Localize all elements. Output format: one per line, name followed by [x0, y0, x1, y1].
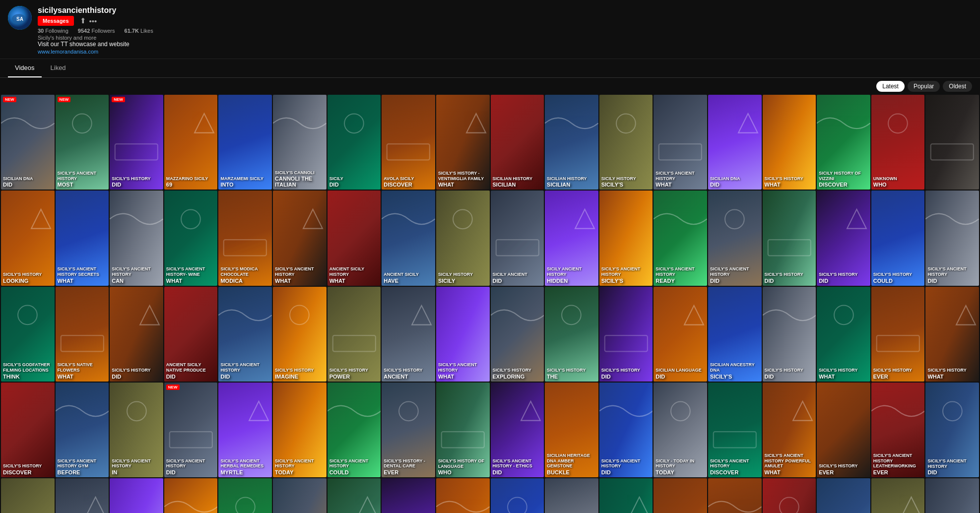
- video-card[interactable]: Sicily's Ancient History CAN ▶ 1940: [110, 191, 163, 285]
- video-card[interactable]: Sicily's Ancient History SICILY'S ▶ 3021: [599, 191, 653, 285]
- video-card[interactable]: Sicily's Ancient History DID ▶ 96.2K: [925, 383, 979, 477]
- share-icon[interactable]: ⬆: [80, 16, 86, 25]
- video-card[interactable]: Sicily's Ancient History WHAT ▶ 6718: [436, 287, 490, 382]
- video-card[interactable]: Sicily's Ancient History WHAT ▶ 8343: [871, 478, 925, 513]
- tab-videos[interactable]: Videos: [8, 59, 42, 77]
- video-card[interactable]: Sicilian Language DID ▶ 11.3K: [653, 287, 707, 382]
- video-card[interactable]: Sicily's Ancient Herbal Remedies MYRTLE …: [218, 383, 272, 477]
- video-card[interactable]: Sicily's Ancient History DID ▶ 4105: [708, 191, 762, 285]
- video-card[interactable]: Sicilian History SICILIAN ▶ 7571: [545, 95, 598, 190]
- video-card[interactable]: Sicilian History SICILIAN ▶ 3964: [491, 95, 544, 190]
- video-card[interactable]: Sicily's History POWER ▶ 4286: [327, 287, 381, 382]
- video-card[interactable]: Sicily's Ancient History MEDIEVAL ▶ 7809: [327, 478, 381, 513]
- tab-liked[interactable]: Liked: [44, 59, 73, 77]
- video-card[interactable]: Mazzarino Sicily 69 ▶ 69: [164, 95, 218, 190]
- video-card[interactable]: Sicily's Ancient History IN ▶ 9991: [110, 383, 163, 477]
- more-icon[interactable]: •••: [89, 17, 97, 25]
- video-card[interactable]: [925, 95, 979, 190]
- video-card[interactable]: Sicily's Ancient History DID ▶ 11.5K: [1, 478, 55, 513]
- messages-button[interactable]: Messages: [38, 16, 74, 26]
- video-card[interactable]: Sicilian Heritage DNA Amber Gemstone BUC…: [545, 383, 598, 477]
- video-card[interactable]: Sicily's History - Ventimiglia Family WH…: [436, 95, 490, 190]
- video-card[interactable]: Sicily's Ancient History Secrets WHAT ▶ …: [56, 191, 109, 285]
- video-card[interactable]: Sicily's Ancient History - Ethics DID ▶ …: [491, 383, 544, 477]
- video-card[interactable]: Sicily's History EVER ▶ 7672: [871, 287, 925, 382]
- video-card[interactable]: Sicily - Today in History TODAY ▶ 5564: [653, 383, 707, 477]
- video-card[interactable]: Sicily's History DISCOVER ▶ 11.6K: [56, 478, 109, 513]
- filter-oldest[interactable]: Oldest: [943, 81, 972, 92]
- video-card[interactable]: Sicily's Ancient History STEP ▶ 6664: [491, 478, 544, 513]
- video-card[interactable]: Sicily's History THINK ▶ 47.6K: [164, 478, 218, 513]
- video-card[interactable]: Sicily History of Vizzini DISCOVER ▶ 485…: [817, 95, 870, 190]
- avatar[interactable]: SA: [8, 6, 32, 30]
- video-card[interactable]: Sicily's Ancient History DID ▶ 3363: [925, 191, 979, 285]
- filter-latest[interactable]: Latest: [876, 81, 905, 92]
- video-card[interactable]: Sicily's History - Dental Care EVER ▶ 34…: [382, 383, 435, 477]
- filter-popular[interactable]: Popular: [908, 81, 940, 92]
- video-card[interactable]: Sicily's History WHO ▶ 32.3K: [218, 478, 272, 513]
- video-card[interactable]: Sicily's History COULD ▶ 91.5K: [871, 191, 925, 285]
- video-card[interactable]: Sicily's Ancient History READY ▶ 7631: [653, 191, 707, 285]
- video-card[interactable]: Sicily's History WHAT ▶ 4796: [817, 287, 870, 382]
- video-card[interactable]: Unknown WHO ▶ 1066: [871, 95, 925, 190]
- video-card[interactable]: Sicily's History EVER ▶ 17.6K: [817, 383, 870, 477]
- video-card[interactable]: Sicily's Native Flowers WHAT ▶ 4075: [56, 287, 109, 382]
- video-card[interactable]: Sicily's Ancient History DISCOVER ▶ 5490: [708, 383, 762, 477]
- video-card[interactable]: Sicily's History THE ▶ 5367: [545, 287, 598, 382]
- video-card[interactable]: Sicily's History WHAT ▶ 8794: [763, 95, 816, 190]
- video-card[interactable]: Sicily's Mt. Etna FOR ▶ 3799: [763, 478, 816, 513]
- video-card[interactable]: Sicily's History DID ▶ 3601: [763, 287, 816, 382]
- video-card[interactable]: Sicily's Cannoli CANNOLI THE ITALIAN ▶ 1…: [273, 95, 327, 190]
- video-card[interactable]: Sicily's Ancient History EVER ▶ 23.6K: [382, 478, 435, 513]
- video-card[interactable]: Sicily's History DID ▶ 2130: [763, 191, 816, 285]
- video-card[interactable]: Sicily's Ancient History COULD ▶ 9634: [327, 383, 381, 477]
- video-card[interactable]: Sicily's Ancient History Gym BEFORE ▶ 16…: [56, 383, 109, 477]
- video-card[interactable]: Sicilian DNA DID ▶ 492: [708, 95, 762, 190]
- video-card[interactable]: Sicily's Ancient History Earthquake SICI…: [653, 478, 707, 513]
- video-card[interactable]: Sicily's Ancient History Powerful Amulet…: [763, 383, 816, 477]
- video-card[interactable]: Sicily Ancient History HIDDEN ▶ 3780: [545, 191, 598, 285]
- video-card[interactable]: NEW Sicily's Ancient History DID ▶ 9460: [164, 383, 218, 477]
- video-card[interactable]: Sicily's Ancient History EVER ▶ 8902: [599, 478, 653, 513]
- video-card[interactable]: Ancient Sicily HAVE ▶ 2568: [382, 191, 435, 285]
- video-card[interactable]: Sicily's History DID ▶ 6965: [110, 287, 163, 382]
- video-card[interactable]: Sicily's History DID ▶ 55.6K: [599, 287, 653, 382]
- video-card[interactable]: Sicily's History DISCOVER ▶ 9913: [1, 383, 55, 477]
- video-card[interactable]: NEW Sicily's History DID ▶ 108.8K: [110, 95, 163, 190]
- video-card[interactable]: Sicily's History EXPLORING ▶ 8176: [491, 287, 544, 382]
- video-card[interactable]: Ancient Sicily History WHAT ▶ 2568: [327, 191, 381, 285]
- video-card[interactable]: Sicily's Ancient History WHAT ▶ 4043: [653, 95, 707, 190]
- video-card[interactable]: Sicily's Ancient History WHAT ▶ 5372: [110, 478, 163, 513]
- video-card[interactable]: Sicily's Ancient History TODAY ▶ 7936: [273, 383, 327, 477]
- video-card[interactable]: Sicily's Godfather filming locations THI…: [1, 287, 55, 382]
- video-card[interactable]: Sicily's Ancient History THE ▶ 4986: [817, 478, 870, 513]
- video-card[interactable]: Sicily's History LOOKING ▶ 2960: [1, 191, 55, 285]
- video-card[interactable]: Sicily's Ancient History - Sicilian DNA …: [273, 478, 327, 513]
- video-card[interactable]: Avola Sicily DISCOVER ▶ 2562: [382, 95, 435, 190]
- video-card[interactable]: Sicily's History ANCIENT ▶ 27.3K: [382, 287, 435, 382]
- video-card[interactable]: Sicily's Ancient History Leatherworking …: [871, 383, 925, 477]
- video-card[interactable]: NEW Sicilian DNA DID ▶ 185.5K: [1, 95, 55, 190]
- video-card[interactable]: Sicily's Modica Chocolate MODICA ▶ 4379: [218, 191, 272, 285]
- video-card[interactable]: Sicily DID ▶ 29K: [327, 95, 381, 190]
- video-card[interactable]: Sicily's History WHAT ▶ 15.8K: [925, 287, 979, 382]
- video-card[interactable]: Sicily's Ancient History DID ▶ 2310: [925, 478, 979, 513]
- video-card[interactable]: Sicily Ancient DID ▶ 3333: [491, 191, 544, 285]
- video-card[interactable]: Sicily's Ancient History EVER ▶ 4469: [436, 478, 490, 513]
- video-card[interactable]: Sicily's Ancient History- Wine WHAT ▶ 49…: [164, 191, 218, 285]
- channel-website[interactable]: www.lemorandanisa.com: [38, 49, 972, 55]
- video-card[interactable]: Sicily's Ancient History DID ▶ 3688: [218, 287, 272, 382]
- video-card[interactable]: Sicily's Ancient History THE ▶ 8798: [708, 478, 762, 513]
- video-card[interactable]: Sicily's Ancient History WHAT ▶ 1365: [273, 191, 327, 285]
- video-card[interactable]: Sicily History SICILY ▶ 3336: [436, 191, 490, 285]
- video-card[interactable]: Sicilian Ancestry DNA SICILY'S ▶ 79.3K: [708, 287, 762, 382]
- video-card[interactable]: NEW Sicily's Ancient History MOST ▶ 95.6…: [56, 95, 109, 190]
- video-card[interactable]: Marzamemi Sicily INTO ▶ 4946: [218, 95, 272, 190]
- video-card[interactable]: Ancient Sicily Native Produce DID ▶ 5806: [164, 287, 218, 382]
- video-card[interactable]: Sicily's Ancient History DID ▶ 7682: [599, 383, 653, 477]
- video-card[interactable]: Sicily's History IMAGINE ▶ 6571: [273, 287, 327, 382]
- video-card[interactable]: Sicily's Ancient History WHAT ▶ 4562: [545, 478, 598, 513]
- video-card[interactable]: Sicily's History of Language WHO ▶ 53.9K: [436, 383, 490, 477]
- video-card[interactable]: Sicily's History DID ▶ 2172: [817, 191, 870, 285]
- video-card[interactable]: Sicily History SICILY'S ▶ 21.5K: [599, 95, 653, 190]
